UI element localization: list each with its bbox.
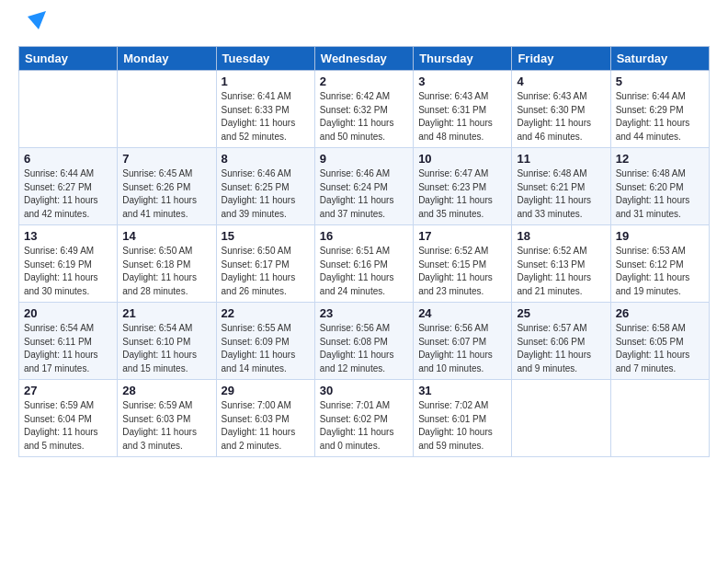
weekday-header-wednesday: Wednesday <box>314 47 413 71</box>
day-info: Sunrise: 7:02 AM Sunset: 6:01 PM Dayligh… <box>418 399 506 453</box>
day-number: 25 <box>517 306 605 320</box>
day-info: Sunrise: 6:57 AM Sunset: 6:06 PM Dayligh… <box>517 322 605 375</box>
calendar-cell: 27Sunrise: 6:59 AM Sunset: 6:04 PM Dayli… <box>19 380 118 457</box>
calendar-cell: 26Sunrise: 6:58 AM Sunset: 6:05 PM Dayli… <box>610 303 709 380</box>
day-number: 3 <box>418 75 506 88</box>
calendar-cell: 15Sunrise: 6:50 AM Sunset: 6:17 PM Dayli… <box>216 225 314 303</box>
calendar-cell: 7Sunrise: 6:45 AM Sunset: 6:26 PM Daylig… <box>118 148 216 225</box>
weekday-header-friday: Friday <box>512 47 610 71</box>
day-number: 6 <box>24 152 112 166</box>
calendar-cell: 1Sunrise: 6:41 AM Sunset: 6:33 PM Daylig… <box>216 71 314 148</box>
calendar-week-row: 1Sunrise: 6:41 AM Sunset: 6:33 PM Daylig… <box>19 71 710 148</box>
day-info: Sunrise: 6:50 AM Sunset: 6:18 PM Dayligh… <box>122 245 210 298</box>
logo <box>18 15 50 37</box>
day-info: Sunrise: 6:49 AM Sunset: 6:19 PM Dayligh… <box>24 245 112 298</box>
day-info: Sunrise: 6:53 AM Sunset: 6:12 PM Dayligh… <box>616 245 704 298</box>
day-info: Sunrise: 6:43 AM Sunset: 6:30 PM Dayligh… <box>517 90 605 144</box>
day-info: Sunrise: 6:45 AM Sunset: 6:26 PM Dayligh… <box>122 167 210 221</box>
day-number: 7 <box>122 152 210 166</box>
calendar-cell: 5Sunrise: 6:44 AM Sunset: 6:29 PM Daylig… <box>610 71 709 148</box>
calendar-cell <box>512 380 610 457</box>
weekday-header-saturday: Saturday <box>610 47 709 71</box>
day-info: Sunrise: 6:44 AM Sunset: 6:29 PM Dayligh… <box>616 90 704 144</box>
calendar-cell: 19Sunrise: 6:53 AM Sunset: 6:12 PM Dayli… <box>610 225 709 303</box>
day-info: Sunrise: 6:43 AM Sunset: 6:31 PM Dayligh… <box>418 90 506 144</box>
day-number: 22 <box>222 306 310 320</box>
weekday-header-tuesday: Tuesday <box>216 47 314 71</box>
day-info: Sunrise: 6:44 AM Sunset: 6:27 PM Dayligh… <box>24 167 112 221</box>
calendar-cell: 16Sunrise: 6:51 AM Sunset: 6:16 PM Dayli… <box>314 225 413 303</box>
day-number: 21 <box>122 306 210 320</box>
calendar-cell: 30Sunrise: 7:01 AM Sunset: 6:02 PM Dayli… <box>314 380 413 457</box>
day-number: 2 <box>320 75 408 88</box>
calendar-cell: 12Sunrise: 6:48 AM Sunset: 6:20 PM Dayli… <box>610 148 709 225</box>
day-info: Sunrise: 6:56 AM Sunset: 6:07 PM Dayligh… <box>418 322 506 375</box>
calendar-cell: 10Sunrise: 6:47 AM Sunset: 6:23 PM Dayli… <box>414 148 512 225</box>
day-number: 29 <box>222 384 310 397</box>
day-info: Sunrise: 6:51 AM Sunset: 6:16 PM Dayligh… <box>320 245 408 298</box>
day-number: 20 <box>24 306 112 320</box>
day-info: Sunrise: 6:54 AM Sunset: 6:10 PM Dayligh… <box>122 322 210 375</box>
day-number: 1 <box>222 75 310 88</box>
day-number: 15 <box>222 229 310 243</box>
calendar-cell: 29Sunrise: 7:00 AM Sunset: 6:03 PM Dayli… <box>216 380 314 457</box>
calendar-cell: 31Sunrise: 7:02 AM Sunset: 6:01 PM Dayli… <box>414 380 512 457</box>
day-number: 11 <box>517 152 605 166</box>
day-number: 19 <box>616 229 704 243</box>
day-number: 9 <box>320 152 408 166</box>
day-number: 23 <box>320 306 408 320</box>
day-number: 27 <box>24 384 112 397</box>
calendar-cell: 28Sunrise: 6:59 AM Sunset: 6:03 PM Dayli… <box>118 380 216 457</box>
day-number: 26 <box>616 306 704 320</box>
svg-marker-0 <box>28 11 46 29</box>
calendar-header-row: SundayMondayTuesdayWednesdayThursdayFrid… <box>19 47 710 71</box>
calendar-cell: 6Sunrise: 6:44 AM Sunset: 6:27 PM Daylig… <box>19 148 118 225</box>
day-info: Sunrise: 6:46 AM Sunset: 6:24 PM Dayligh… <box>320 167 408 221</box>
calendar-cell: 4Sunrise: 6:43 AM Sunset: 6:30 PM Daylig… <box>512 71 610 148</box>
day-number: 31 <box>418 384 506 397</box>
calendar-week-row: 6Sunrise: 6:44 AM Sunset: 6:27 PM Daylig… <box>19 148 710 225</box>
calendar-cell <box>19 71 118 148</box>
calendar-cell: 21Sunrise: 6:54 AM Sunset: 6:10 PM Dayli… <box>118 303 216 380</box>
calendar-cell: 18Sunrise: 6:52 AM Sunset: 6:13 PM Dayli… <box>512 225 610 303</box>
calendar-cell: 2Sunrise: 6:42 AM Sunset: 6:32 PM Daylig… <box>314 71 413 148</box>
day-info: Sunrise: 6:50 AM Sunset: 6:17 PM Dayligh… <box>222 245 310 298</box>
day-info: Sunrise: 6:48 AM Sunset: 6:20 PM Dayligh… <box>616 167 704 221</box>
day-number: 24 <box>418 306 506 320</box>
day-info: Sunrise: 6:59 AM Sunset: 6:04 PM Dayligh… <box>24 399 112 453</box>
calendar-cell: 25Sunrise: 6:57 AM Sunset: 6:06 PM Dayli… <box>512 303 610 380</box>
day-info: Sunrise: 7:01 AM Sunset: 6:02 PM Dayligh… <box>320 399 408 453</box>
day-number: 4 <box>517 75 605 88</box>
day-number: 10 <box>418 152 506 166</box>
calendar-cell: 24Sunrise: 6:56 AM Sunset: 6:07 PM Dayli… <box>414 303 512 380</box>
day-number: 16 <box>320 229 408 243</box>
calendar-cell: 9Sunrise: 6:46 AM Sunset: 6:24 PM Daylig… <box>314 148 413 225</box>
day-info: Sunrise: 6:52 AM Sunset: 6:13 PM Dayligh… <box>517 245 605 298</box>
day-number: 30 <box>320 384 408 397</box>
calendar-cell: 13Sunrise: 6:49 AM Sunset: 6:19 PM Dayli… <box>19 225 118 303</box>
day-info: Sunrise: 6:59 AM Sunset: 6:03 PM Dayligh… <box>122 399 210 453</box>
day-number: 8 <box>222 152 310 166</box>
calendar-table: SundayMondayTuesdayWednesdayThursdayFrid… <box>18 46 710 457</box>
day-number: 17 <box>418 229 506 243</box>
calendar-week-row: 20Sunrise: 6:54 AM Sunset: 6:11 PM Dayli… <box>19 303 710 380</box>
day-number: 18 <box>517 229 605 243</box>
calendar-cell: 22Sunrise: 6:55 AM Sunset: 6:09 PM Dayli… <box>216 303 314 380</box>
day-number: 13 <box>24 229 112 243</box>
calendar-cell: 14Sunrise: 6:50 AM Sunset: 6:18 PM Dayli… <box>118 225 216 303</box>
page: SundayMondayTuesdayWednesdayThursdayFrid… <box>0 0 728 563</box>
header <box>18 15 710 37</box>
calendar-cell: 8Sunrise: 6:46 AM Sunset: 6:25 PM Daylig… <box>216 148 314 225</box>
calendar-cell: 20Sunrise: 6:54 AM Sunset: 6:11 PM Dayli… <box>19 303 118 380</box>
day-info: Sunrise: 6:48 AM Sunset: 6:21 PM Dayligh… <box>517 167 605 221</box>
calendar-week-row: 27Sunrise: 6:59 AM Sunset: 6:04 PM Dayli… <box>19 380 710 457</box>
day-info: Sunrise: 6:55 AM Sunset: 6:09 PM Dayligh… <box>222 322 310 375</box>
day-number: 28 <box>122 384 210 397</box>
weekday-header-thursday: Thursday <box>414 47 512 71</box>
day-info: Sunrise: 6:54 AM Sunset: 6:11 PM Dayligh… <box>24 322 112 375</box>
calendar-cell: 23Sunrise: 6:56 AM Sunset: 6:08 PM Dayli… <box>314 303 413 380</box>
day-info: Sunrise: 6:47 AM Sunset: 6:23 PM Dayligh… <box>418 167 506 221</box>
calendar-cell: 3Sunrise: 6:43 AM Sunset: 6:31 PM Daylig… <box>414 71 512 148</box>
day-info: Sunrise: 6:56 AM Sunset: 6:08 PM Dayligh… <box>320 322 408 375</box>
calendar-week-row: 13Sunrise: 6:49 AM Sunset: 6:19 PM Dayli… <box>19 225 710 303</box>
